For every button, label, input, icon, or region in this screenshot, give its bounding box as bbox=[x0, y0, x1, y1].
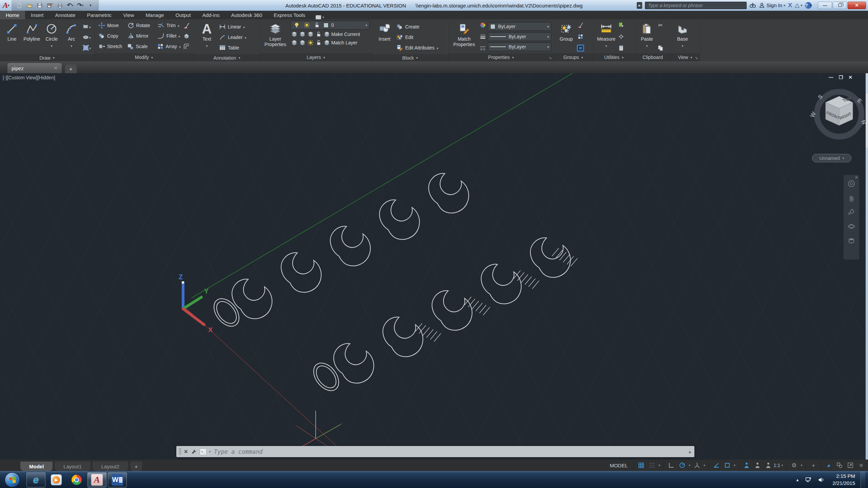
layer-thaw-all-button[interactable] bbox=[299, 39, 306, 46]
annotation-monitor-plus[interactable]: + bbox=[808, 461, 818, 470]
erase-button[interactable] bbox=[182, 20, 191, 30]
make-current-button[interactable]: Make Current bbox=[331, 32, 360, 37]
layout1-tab[interactable]: Layout1 bbox=[55, 462, 90, 471]
layer-unisolate-button[interactable] bbox=[291, 39, 298, 46]
new-file-button[interactable] bbox=[15, 1, 24, 9]
start-button[interactable] bbox=[5, 472, 20, 487]
search-icon[interactable] bbox=[749, 2, 756, 9]
rotate-button[interactable]: Rotate bbox=[126, 20, 156, 30]
volume-icon[interactable] bbox=[817, 476, 825, 484]
drawing-minimize-button[interactable]: — bbox=[829, 75, 833, 80]
ungroup-button[interactable] bbox=[577, 21, 584, 29]
base-button[interactable]: Base bbox=[673, 21, 692, 53]
edit-attributes-button[interactable]: Edit Attributes bbox=[395, 42, 446, 53]
autoscale-toggle[interactable] bbox=[752, 461, 763, 470]
line-button[interactable]: Line bbox=[2, 21, 22, 54]
id-point-button[interactable] bbox=[617, 33, 625, 40]
view-panel-launcher[interactable]: ↘ bbox=[695, 56, 698, 60]
taskbar-media-player[interactable]: ▶ bbox=[47, 472, 66, 487]
osnap-dropdown[interactable] bbox=[733, 461, 737, 470]
close-icon[interactable]: ✕ bbox=[54, 65, 58, 71]
polar-dropdown[interactable] bbox=[688, 461, 692, 470]
match-layer-button[interactable]: Match Layer bbox=[331, 40, 357, 45]
scale-button[interactable]: Scale bbox=[125, 41, 155, 52]
array-button[interactable]: Array bbox=[156, 41, 182, 52]
tab-home[interactable]: Home bbox=[0, 11, 25, 19]
model-tab[interactable]: Model bbox=[20, 462, 53, 471]
tab-insert[interactable]: Insert bbox=[25, 11, 50, 19]
viewport-controls-label[interactable]: [-][Custom View][Hidden] bbox=[3, 75, 55, 80]
search-expand-button[interactable]: ▶ bbox=[637, 2, 642, 9]
file-tab-pipez[interactable]: pipez ✕ bbox=[7, 63, 62, 73]
quick-select-button[interactable] bbox=[617, 21, 625, 29]
helix-chain-lower[interactable] bbox=[309, 238, 577, 395]
tab-express-tools[interactable]: Express Tools bbox=[268, 11, 311, 19]
object-snap-toggle[interactable] bbox=[722, 461, 732, 470]
isolate-objects-button[interactable] bbox=[834, 461, 845, 470]
table-button[interactable]: Table bbox=[218, 42, 258, 53]
tab-view[interactable]: View bbox=[117, 11, 140, 19]
drawing-canvas[interactable]: Z Y X [-][Custom View][Hidden] — ❐ ✕ S E… bbox=[0, 73, 868, 460]
match-properties-button[interactable]: Match Properties bbox=[451, 21, 478, 53]
ellipse-button[interactable] bbox=[81, 32, 92, 42]
copy-button[interactable]: Copy bbox=[97, 30, 126, 41]
clean-screen-button[interactable] bbox=[845, 461, 855, 470]
tab-annotate[interactable]: Annotate bbox=[50, 11, 81, 19]
help-search-input[interactable] bbox=[645, 2, 747, 9]
tab-manage[interactable]: Manage bbox=[140, 11, 170, 19]
customization-menu-button[interactable]: ≡ bbox=[856, 461, 866, 470]
group-button[interactable]: Group bbox=[556, 21, 577, 53]
annotation-scale-dropdown[interactable] bbox=[780, 461, 784, 470]
help-icon[interactable]: ?▾ bbox=[805, 2, 812, 9]
mirror-button[interactable]: Mirror bbox=[126, 30, 156, 41]
command-line-bar[interactable]: ✕ >_ ▾ ▲ bbox=[176, 446, 694, 457]
edit-block-button[interactable]: Edit bbox=[395, 32, 446, 42]
annotation-visibility-toggle[interactable] bbox=[742, 461, 752, 470]
workspace-switching-gear[interactable]: ⚙ bbox=[789, 461, 799, 470]
layout2-tab[interactable]: Layout2 bbox=[93, 462, 128, 471]
taskbar-chrome[interactable] bbox=[67, 472, 86, 487]
grid-toggle[interactable] bbox=[636, 461, 646, 470]
expand-history-icon[interactable]: ▲ bbox=[688, 450, 692, 454]
recent-commands-icon[interactable]: >_ bbox=[200, 448, 206, 455]
ortho-toggle[interactable] bbox=[666, 461, 676, 470]
tab-parametric[interactable]: Parametric bbox=[81, 11, 118, 19]
plot-button[interactable] bbox=[56, 1, 64, 9]
restore-button[interactable] bbox=[833, 2, 847, 9]
lineweight-combo[interactable]: ByLayer ▾ bbox=[488, 32, 551, 41]
osnap-tracking-toggle[interactable] bbox=[711, 461, 722, 470]
cut-button[interactable]: ✂ bbox=[657, 21, 664, 29]
space-indicator[interactable]: MODEL bbox=[610, 463, 628, 468]
tab-add-ins[interactable]: Add-ins bbox=[197, 11, 225, 19]
annotation-panel-label[interactable]: Annotation bbox=[194, 54, 260, 61]
polyline-button[interactable]: Polyline bbox=[22, 21, 41, 54]
undo-button[interactable]: ↶▾ bbox=[66, 1, 75, 9]
drawing-restore-button[interactable]: ❐ bbox=[839, 75, 843, 80]
autocad-app-menu-icon[interactable]: A▾ bbox=[0, 0, 12, 11]
create-block-button[interactable]: Create bbox=[395, 21, 446, 32]
show-desktop-button[interactable] bbox=[861, 471, 865, 488]
insert-block-button[interactable]: Insert bbox=[374, 21, 395, 54]
network-icon[interactable] bbox=[805, 476, 812, 484]
named-view-dropdown[interactable]: Unnamed bbox=[812, 154, 851, 162]
open-file-button[interactable] bbox=[25, 1, 34, 9]
hidden-icons-button[interactable]: ▲ bbox=[795, 478, 799, 482]
circle-button[interactable]: Circle bbox=[42, 21, 61, 54]
taskbar-internet-explorer[interactable]: e bbox=[26, 472, 45, 487]
layer-properties-button[interactable]: Layer Properties bbox=[262, 21, 289, 53]
exchange-apps-icon[interactable]: X bbox=[788, 2, 792, 9]
new-layout-button[interactable]: + bbox=[130, 462, 142, 471]
group-selection-toggle[interactable] bbox=[577, 44, 584, 52]
leader-button[interactable]: Leader bbox=[218, 32, 258, 42]
sign-in-menu[interactable]: Sign In ▾ bbox=[759, 2, 785, 8]
save-as-button[interactable] bbox=[45, 1, 54, 9]
stretch-button[interactable]: Stretch bbox=[97, 41, 125, 52]
minimize-button[interactable]: — bbox=[818, 2, 832, 9]
snap-toggle[interactable] bbox=[647, 461, 657, 470]
properties-panel-label[interactable]: Properties bbox=[449, 53, 553, 61]
group-edit-button[interactable] bbox=[577, 33, 584, 40]
workspace-dropdown[interactable] bbox=[800, 461, 804, 470]
layer-freeze-button[interactable] bbox=[299, 30, 306, 38]
measure-button[interactable]: Measure bbox=[595, 21, 617, 53]
rectangle-button[interactable] bbox=[81, 21, 92, 32]
